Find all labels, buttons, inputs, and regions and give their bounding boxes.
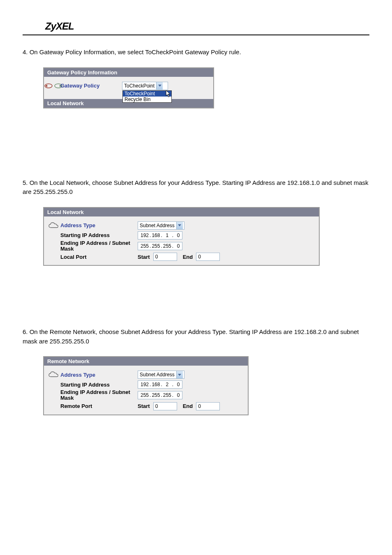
remote-port-label: Remote Port [60,403,138,409]
starting-ip-input[interactable]: 192 . 168 . 2 . 0 [138,380,182,389]
panel-title: Gateway Policy Information [44,68,213,77]
chevron-down-icon [176,371,183,378]
ending-ip-label: Ending IP Address / Subnet Mask [60,389,138,401]
ending-ip-label: Ending IP Address / Subnet Mask [60,240,138,252]
remote-port-end-input[interactable]: 0 [196,402,220,410]
address-type-label: Address Type [60,222,138,228]
gateway-policy-dropdown: ToCheckPoint Recycle Bin [122,90,172,103]
starting-ip-label: Starting IP Address [60,232,138,238]
cloud-icon [46,371,60,379]
select-value: ToCheckPoint [122,83,156,89]
page-header: ZyXEL [23,0,369,35]
chevron-down-icon [156,82,163,90]
remote-network-panel: Remote Network Address Type Subnet Addre… [43,356,249,415]
end-label: End [183,254,193,260]
starting-ip-label: Starting IP Address [60,382,138,388]
dropdown-option-tocheckpoint[interactable]: ToCheckPoint [123,91,171,97]
panel-title: Local Network [44,208,319,216]
local-network-panel: Local Network Address Type Subnet Addres… [43,207,320,266]
subnet-mask-input[interactable]: 255 . 255 . 255 . 0 [138,391,182,399]
gateway-policy-panel: Gateway Policy Information Gateway Polic… [43,67,214,108]
address-type-select[interactable]: Subnet Address [138,371,184,379]
tunnel-icon [46,83,60,89]
chevron-down-icon [176,222,183,229]
dropdown-option-recyclebin[interactable]: Recycle Bin [123,97,171,102]
select-value: Subnet Address [138,371,176,378]
step-5-text: 5. On the Local Network, choose Subnet A… [23,178,369,197]
gateway-policy-label: Gateway Policy [60,83,122,89]
address-type-label: Address Type [60,372,138,378]
cloud-icon [46,221,60,230]
step-6-text: 6. On the Remote Network, choose Subnet … [23,327,369,346]
gateway-policy-select[interactable]: ToCheckPoint ToCheckPoint Recycle Bin [122,82,168,90]
starting-ip-input[interactable]: 192 . 168 . 1 . 0 [138,231,182,240]
end-label: End [183,403,193,409]
subnet-mask-input[interactable]: 255 . 255 . 255 . 0 [138,242,182,250]
address-type-select[interactable]: Subnet Address [138,221,184,230]
step-4-text: 4. On Gateway Policy Information, we sel… [23,48,369,57]
local-port-end-input[interactable]: 0 [196,253,220,261]
remote-port-start-input[interactable]: 0 [153,402,177,410]
logo: ZyXEL [45,21,347,32]
panel-title: Remote Network [44,357,248,366]
cursor-icon [165,90,172,99]
start-label: Start [138,254,150,260]
local-port-start-input[interactable]: 0 [153,253,177,261]
start-label: Start [138,403,150,409]
select-value: Subnet Address [138,222,176,229]
local-port-label: Local Port [60,254,138,260]
